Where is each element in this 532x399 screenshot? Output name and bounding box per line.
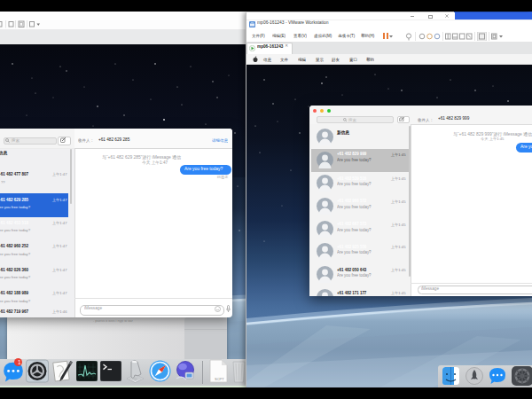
svg-text:SCPT: SCPT [215,377,224,381]
